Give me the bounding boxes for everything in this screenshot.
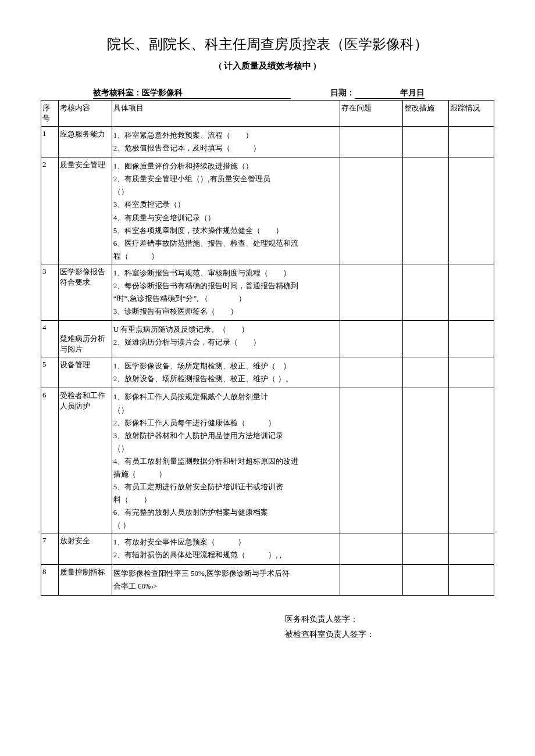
cell-category: 应急服务能力	[59, 127, 112, 157]
item-line: 1、科室诊断报告书写规范、审核制度与流程（ ）	[113, 267, 338, 280]
cell-track	[448, 321, 494, 357]
cell-category: 疑难病历分析与阅片	[59, 321, 112, 357]
date-suffix: 年月日	[355, 88, 425, 99]
table-row: 2质量安全管理1、图像质量评价分析和持续改进措施（）2、有质量安全管理小组（）,…	[41, 157, 494, 264]
item-line: 2、疑难病历分析与读片会，有记录（ ）	[113, 336, 338, 349]
cell-fix	[403, 127, 448, 157]
item-line: 措施（ ）	[113, 468, 338, 481]
item-line: 3、诊断报告有审核医师签名（ ）	[113, 305, 338, 318]
cell-items: 1、图像质量评价分析和持续改进措施（）2、有质量安全管理小组（）,有质量安全管理…	[112, 157, 340, 264]
item-line: 6、有完整的放射人员放射防护档案与健康档案	[113, 506, 338, 519]
cell-no: 5	[41, 357, 59, 388]
page-title: 院长、副院长、科主任周查房质控表（医学影像科）	[41, 35, 494, 53]
qc-table: 序号 考核内容 具体项目 存在问题 整改措施 跟踪情况 1应急服务能力1、科室紧…	[41, 100, 494, 596]
cell-issue	[340, 357, 403, 388]
item-line: 4、有员工放射剂量监测数据分析和针对超标原因的改进	[113, 455, 338, 468]
item-line: 合率工 60‰>	[113, 580, 338, 593]
date-label: 日期：	[291, 88, 355, 99]
item-line: 料（ ）	[113, 493, 338, 506]
cell-fix	[403, 264, 448, 320]
hdr-category: 考核内容	[59, 101, 112, 127]
cell-no: 8	[41, 564, 59, 595]
cell-fix	[403, 357, 448, 388]
item-line: 2、有质量安全管理小组（）,有质量安全管理员	[113, 173, 338, 185]
table-row: 4疑难病历分析与阅片U 有重点病历随访及反馈记录。（ ）2、疑难病历分析与读片会…	[41, 321, 494, 357]
cell-no: 6	[41, 388, 59, 533]
cell-category: 受检者和工作人员防护	[59, 388, 112, 533]
cell-fix	[403, 388, 448, 533]
cell-items: U 有重点病历随访及反馈记录。（ ）2、疑难病历分析与读片会，有记录（ ）	[112, 321, 340, 357]
item-line: 4、有质量与安全培训记录（）	[113, 212, 338, 224]
dept-label: 被考核科室：医学影像科	[93, 88, 291, 99]
cell-track	[448, 564, 494, 595]
cell-category: 质量控制指标	[59, 564, 112, 595]
cell-track	[448, 127, 494, 157]
info-line: 被考核科室：医学影像科 日期： 年月日	[41, 88, 494, 99]
cell-items: 1、有放射安全事件应急预案（ ）2、有辐射损伤的具体处理流程和规范（ ）, ,	[112, 533, 340, 564]
cell-track	[448, 357, 494, 388]
item-line: 1、图像质量评价分析和持续改进措施（）	[113, 160, 338, 173]
item-line: （）	[113, 185, 338, 198]
sig-line-1: 医务科负责人签字：	[285, 612, 494, 628]
cell-fix	[403, 564, 448, 595]
cell-no: 4	[41, 321, 59, 357]
item-line: 2、放射设备、场所检测报告检测、校正、维护（ ）。	[113, 372, 338, 385]
cell-items: 1、影像科工作人员按规定佩戴个人放射剂量计（）2、影像科工作人员每年进行健康体检…	[112, 388, 340, 533]
cell-items: 1、科室诊断报告书写规范、审核制度与流程（ ）2、每份诊断报告书有精确的报告时间…	[112, 264, 340, 320]
item-line: 5、科室各项规章制度，技术操作规范健全（ ）	[113, 224, 338, 237]
item-line: （）	[113, 442, 338, 455]
cell-issue	[340, 533, 403, 564]
cell-no: 7	[41, 533, 59, 564]
sig-line-2: 被检查科室负责人签字：	[285, 627, 494, 643]
cell-items: 1、医学影像设备、场所定期检测、校正、维护（ ）2、放射设备、场所检测报告检测、…	[112, 357, 340, 388]
table-row: 7放射安全1、有放射安全事件应急预案（ ）2、有辐射损伤的具体处理流程和规范（ …	[41, 533, 494, 564]
cell-no: 2	[41, 157, 59, 264]
table-row: 8质量控制指标医学影像检查阳性率三 50%,医学影像诊断与手术后符合率工 60‰…	[41, 564, 494, 595]
cell-category: 放射安全	[59, 533, 112, 564]
cell-no: 3	[41, 264, 59, 320]
item-line: 2、每份诊断报告书有精确的报告时间，普通报告精确到	[113, 280, 338, 292]
table-row: 3医学影像报告符合要求1、科室诊断报告书写规范、审核制度与流程（ ）2、每份诊断…	[41, 264, 494, 320]
item-line: 2、有辐射损伤的具体处理流程和规范（ ）, ,	[113, 549, 338, 561]
table-header-row: 序号 考核内容 具体项目 存在问题 整改措施 跟踪情况	[41, 101, 494, 127]
item-line: 程（ ）	[113, 250, 338, 261]
cell-issue	[340, 157, 403, 264]
item-line: “时”,急诊报告精确到“分”, （ ）	[113, 292, 338, 305]
item-line: U 有重点病历随访及反馈记录。（ ）	[113, 323, 338, 336]
cell-items: 1、科室紧急意外抢救预案、流程（ ）2、危极值报告登记本，及时填写（ ）	[112, 127, 340, 157]
cell-issue	[340, 264, 403, 320]
cell-issue	[340, 388, 403, 533]
cell-category: 医学影像报告符合要求	[59, 264, 112, 320]
table-body: 1应急服务能力1、科室紧急意外抢救预案、流程（ ）2、危极值报告登记本，及时填写…	[41, 127, 494, 596]
cell-issue	[340, 321, 403, 357]
cell-track	[448, 388, 494, 533]
item-line: 2、危极值报告登记本，及时填写（ ）	[113, 142, 338, 155]
item-line: 1、科室紧急意外抢救预案、流程（ ）	[113, 129, 338, 142]
item-line: （）	[113, 404, 338, 417]
cell-fix	[403, 533, 448, 564]
item-line: 3、放射防护器材和个人防护用品使用方法培训记录	[113, 429, 338, 442]
hdr-issue: 存在问题	[340, 101, 403, 127]
table-row: 1应急服务能力1、科室紧急意外抢救预案、流程（ ）2、危极值报告登记本，及时填写…	[41, 127, 494, 157]
cell-category: 设备管理	[59, 357, 112, 388]
table-row: 6受检者和工作人员防护1、影像科工作人员按规定佩戴个人放射剂量计（）2、影像科工…	[41, 388, 494, 533]
hdr-fix: 整改措施	[403, 101, 448, 127]
cell-items: 医学影像检查阳性率三 50%,医学影像诊断与手术后符合率工 60‰>	[112, 564, 340, 595]
hdr-item: 具体项目	[112, 101, 340, 127]
item-line: （ ）	[113, 519, 338, 531]
item-line: 3、科室质控记录（）	[113, 198, 338, 211]
cell-track	[448, 157, 494, 264]
item-line: 2、影像科工作人员每年进行健康体检（ ）	[113, 417, 338, 429]
cell-category: 质量安全管理	[59, 157, 112, 264]
hdr-track: 跟踪情况	[448, 101, 494, 127]
cell-track	[448, 264, 494, 320]
table-row: 5设备管理1、医学影像设备、场所定期检测、校正、维护（ ）2、放射设备、场所检测…	[41, 357, 494, 388]
cell-issue	[340, 127, 403, 157]
page-subtitle: ( 计入质量及绩效考核中 )	[41, 60, 494, 71]
item-line: 1、医学影像设备、场所定期检测、校正、维护（ ）	[113, 360, 338, 372]
signature-block: 医务科负责人签字： 被检查科室负责人签字：	[41, 612, 494, 643]
cell-fix	[403, 321, 448, 357]
cell-no: 1	[41, 127, 59, 157]
cell-track	[448, 533, 494, 564]
item-line: 6、医疗差错事故防范措施、报告、检查、处理规范和流	[113, 237, 338, 250]
